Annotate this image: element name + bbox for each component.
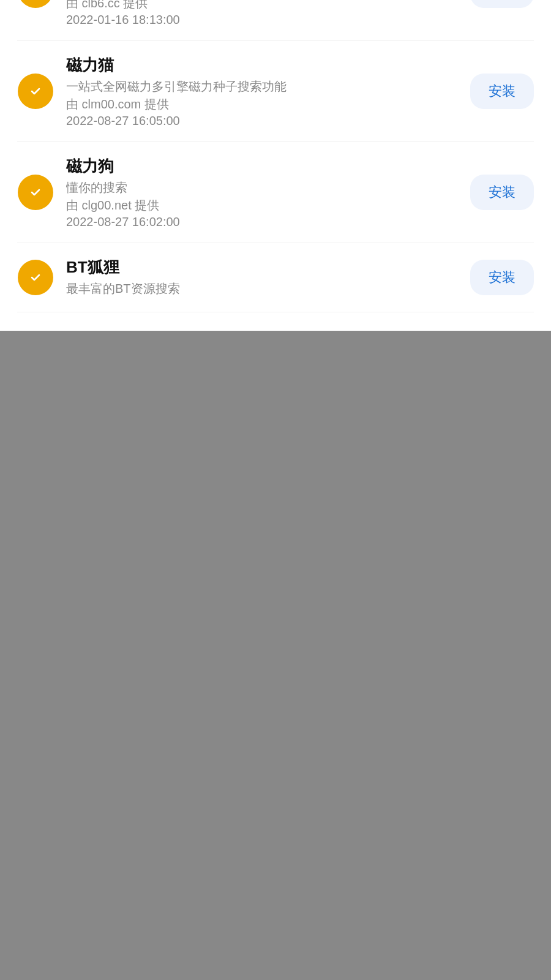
verified-badge-3	[18, 74, 53, 109]
source-item-2: 磁力宝 最佳的资源搜索引擎 由 clb6.cc 提供 2022-01-16 18…	[17, 0, 534, 41]
verified-badge-4	[18, 175, 53, 210]
source-date-2: 2022-01-16 18:13:00	[66, 13, 458, 27]
source-info-5: BT狐狸 最丰富的BT资源搜索	[66, 257, 458, 298]
source-info-2: 磁力宝 最佳的资源搜索引擎 由 clb6.cc 提供 2022-01-16 18…	[66, 0, 458, 27]
source-list: SOBT 最好的BT搜索,种子搜索网站 由 sobt2.me 提供 2022-0…	[17, 0, 534, 312]
source-name-3: 磁力猫	[66, 55, 458, 76]
source-icon-5	[17, 259, 54, 296]
source-provider-4: 由 clg00.net 提供	[66, 197, 458, 214]
source-item-3: 磁力猫 一站式全网磁力多引擎磁力种子搜索功能 由 clm00.com 提供 20…	[17, 41, 534, 142]
source-info-3: 磁力猫 一站式全网磁力多引擎磁力种子搜索功能 由 clm00.com 提供 20…	[66, 55, 458, 128]
verified-badge-5	[18, 260, 53, 295]
source-icon-4	[17, 174, 54, 211]
source-date-4: 2022-08-27 16:02:00	[66, 215, 458, 229]
source-item-4: 磁力狗 懂你的搜索 由 clg00.net 提供 2022-08-27 16:0…	[17, 142, 534, 243]
install-button-4[interactable]: 安装	[470, 175, 534, 210]
source-info-4: 磁力狗 懂你的搜索 由 clg00.net 提供 2022-08-27 16:0…	[66, 156, 458, 229]
source-item-5: BT狐狸 最丰富的BT资源搜索 安装	[17, 243, 534, 312]
source-date-3: 2022-08-27 16:05:00	[66, 114, 458, 128]
source-provider-3: 由 clm00.com 提供	[66, 96, 458, 113]
source-desc-3: 一站式全网磁力多引擎磁力种子搜索功能	[66, 78, 458, 95]
source-icon-3	[17, 73, 54, 110]
source-name-4: 磁力狗	[66, 156, 458, 177]
verified-badge-2	[18, 0, 53, 8]
main-background: 搜索 订阅 我的搜	[0, 31, 551, 331]
install-button-3[interactable]: 安装	[470, 74, 534, 109]
install-button-5[interactable]: 安装	[470, 260, 534, 295]
source-icon-2	[17, 0, 54, 9]
source-desc-5: 最丰富的BT资源搜索	[66, 281, 458, 297]
source-desc-4: 懂你的搜索	[66, 179, 458, 196]
bottom-sheet: 订阅搜索源 订阅在线仓库：21个 在线搜索仓库 您未订阅任何搜索源，请添加订阅 …	[0, 0, 551, 331]
install-button-2[interactable]: 安装	[470, 0, 534, 8]
source-provider-2: 由 clb6.cc 提供	[66, 0, 458, 12]
source-name-5: BT狐狸	[66, 257, 458, 278]
